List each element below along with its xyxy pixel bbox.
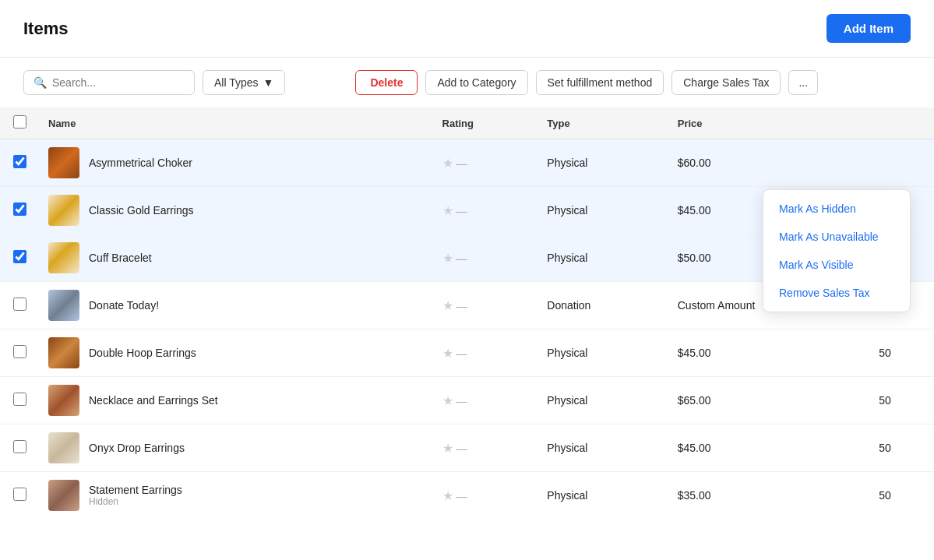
row-type-cell: Physical [537,234,668,282]
row-checkbox-cell [0,424,39,472]
dropdown-menu: Mark As Hidden Mark As Unavailable Mark … [763,189,911,312]
rating-star[interactable]: ★ [442,442,453,455]
rating-star[interactable]: ★ [442,394,453,407]
row-rating-cell: ★ — [433,424,538,472]
row-checkbox-cell [0,187,39,234]
rating-column-header: Rating [433,107,538,139]
rating-value: — [456,252,467,265]
row-rating-cell: ★ — [433,139,538,187]
item-name: Cuff Bracelet [89,252,152,264]
item-subtext: Hidden [89,496,182,507]
row-type-cell: Physical [537,139,668,187]
row-extra-cell: 50 [869,329,934,377]
item-name: Donate Today! [89,299,159,312]
row-rating-cell: ★ — [433,282,538,329]
row-checkbox[interactable] [13,250,26,263]
rating-star[interactable]: ★ [442,489,453,502]
set-fulfillment-button[interactable]: Set fulfillment method [536,70,664,95]
row-price-cell: $35.00 [668,472,869,519]
row-checkbox[interactable] [13,393,26,406]
row-type-cell: Physical [537,377,668,424]
search-input[interactable] [52,76,185,89]
items-table: Name Rating Type Price Asymmetrical Chok… [0,107,934,519]
item-thumbnail [48,432,79,463]
row-checkbox[interactable] [13,488,26,501]
row-rating-cell: ★ — [433,377,538,424]
row-checkbox-cell [0,139,39,187]
mark-as-visible-option[interactable]: Mark As Visible [763,251,910,279]
mark-as-unavailable-option[interactable]: Mark As Unavailable [763,223,910,251]
rating-star[interactable]: ★ [442,252,453,265]
row-checkbox[interactable] [13,345,26,358]
page-header: Items Add Item [0,0,934,58]
item-thumbnail [48,480,79,511]
charge-sales-tax-button[interactable]: Charge Sales Tax [671,70,781,95]
row-checkbox[interactable] [13,203,26,216]
item-name: Necklace and Earrings Set [89,394,218,407]
rating-value: — [456,205,467,217]
price-column-header: Price [668,107,869,139]
table-header-row: Name Rating Type Price [0,107,934,139]
item-thumbnail [48,290,79,321]
row-name-cell: Donate Today! [39,282,433,329]
page-title: Items [23,19,68,39]
item-name: Onyx Drop Earrings [89,442,185,454]
row-extra-cell [869,139,934,187]
table-row: Asymmetrical Choker★ —Physical$60.00 [0,139,934,187]
row-name-cell: Double Hoop Earrings [39,329,433,377]
row-name-cell: Classic Gold Earrings [39,187,433,234]
type-column-header: Type [537,107,668,139]
search-icon: 🔍 [33,76,47,89]
table-row: Necklace and Earrings Set★ —Physical$65.… [0,377,934,424]
row-checkbox[interactable] [13,440,26,453]
table-row: Onyx Drop Earrings★ —Physical$45.0050 [0,424,934,472]
row-checkbox[interactable] [13,298,26,311]
add-item-button[interactable]: Add Item [827,14,911,43]
row-extra-cell: 50 [869,424,934,472]
table-row: Double Hoop Earrings★ —Physical$45.0050 [0,329,934,377]
item-thumbnail [48,242,79,273]
table-container: Name Rating Type Price Asymmetrical Chok… [0,107,934,519]
filter-label: All Types [214,76,259,89]
select-all-checkbox[interactable] [13,115,26,129]
chevron-down-icon: ▼ [263,76,274,89]
row-rating-cell: ★ — [433,329,538,377]
row-extra-cell: 50 [869,472,934,519]
select-all-header [0,107,39,139]
rating-value: — [456,395,467,407]
name-column-header: Name [39,107,433,139]
rating-star[interactable]: ★ [442,204,453,217]
row-checkbox[interactable] [13,155,26,168]
remove-sales-tax-option[interactable]: Remove Sales Tax [763,279,910,307]
add-to-category-button[interactable]: Add to Category [425,70,527,95]
row-name-cell: Onyx Drop Earrings [39,424,433,472]
row-type-cell: Physical [537,472,668,519]
more-options-button[interactable]: ... [788,70,818,95]
item-thumbnail [48,195,79,226]
row-type-cell: Physical [537,424,668,472]
row-checkbox-cell [0,472,39,519]
row-checkbox-cell [0,329,39,377]
row-type-cell: Physical [537,329,668,377]
item-thumbnail [48,385,79,416]
row-type-cell: Donation [537,282,668,329]
item-thumbnail [48,147,79,178]
rating-star[interactable]: ★ [442,347,453,360]
row-rating-cell: ★ — [433,472,538,519]
rating-value: — [456,490,467,502]
filter-types-button[interactable]: All Types ▼ [203,70,285,95]
rating-star[interactable]: ★ [442,157,453,170]
rating-value: — [456,157,467,170]
row-price-cell: $65.00 [668,377,869,424]
mark-as-hidden-option[interactable]: Mark As Hidden [763,195,910,223]
rating-star[interactable]: ★ [442,299,453,312]
toolbar: 🔍 All Types ▼ Delete Add to Category Set… [0,58,934,107]
row-extra-cell: 50 [869,377,934,424]
row-rating-cell: ★ — [433,234,538,282]
rating-value: — [456,442,467,455]
row-price-cell: $45.00 [668,424,869,472]
search-box: 🔍 [23,70,195,95]
rating-value: — [456,300,467,312]
delete-button[interactable]: Delete [355,70,418,95]
row-rating-cell: ★ — [433,187,538,234]
